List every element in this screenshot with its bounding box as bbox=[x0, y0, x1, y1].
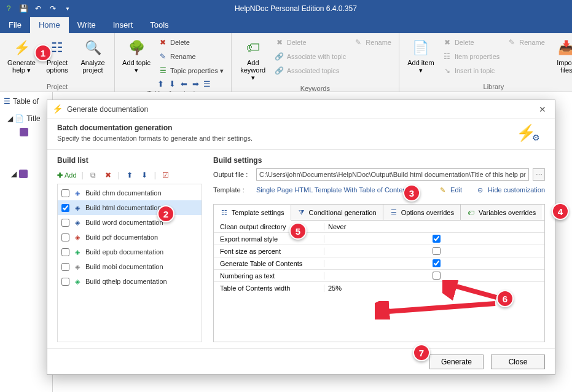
build-item-checkbox[interactable] bbox=[61, 248, 69, 256]
lib-insert-button[interactable]: ↘Insert in topic bbox=[440, 64, 502, 77]
numbering-checkbox[interactable] bbox=[433, 272, 441, 280]
dialog-close-button[interactable]: ✕ bbox=[535, 104, 550, 114]
titlebar: ? 💾 ↶ ↷ ▼ HelpNDoc Personal Edition 6.4.… bbox=[0, 0, 572, 17]
kw-delete-button[interactable]: ✖Delete bbox=[272, 36, 349, 49]
toc-delete-button[interactable]: ✖Delete bbox=[155, 36, 226, 49]
arrow-right-icon[interactable]: ➡ bbox=[190, 79, 200, 88]
toc-more-icon[interactable]: ☰ bbox=[202, 79, 212, 88]
build-item-checkbox[interactable] bbox=[61, 204, 69, 212]
build-item-checkbox[interactable] bbox=[61, 263, 69, 271]
add-build-button[interactable]: ✚Add bbox=[57, 171, 77, 179]
plus-icon: ✚ bbox=[57, 171, 63, 179]
analyze-project-button[interactable]: 🔍 Analyze project bbox=[76, 36, 109, 76]
move-down-icon[interactable]: ⬇ bbox=[139, 170, 149, 180]
row-generate-toc[interactable]: Generate Table of Contents bbox=[214, 257, 544, 270]
format-icon: ◈ bbox=[73, 248, 82, 256]
callout-7: 7 bbox=[413, 344, 430, 361]
arrow-to-toc-width bbox=[375, 301, 498, 319]
browse-output-button[interactable]: ⋯ bbox=[533, 168, 545, 181]
qat-undo-icon[interactable]: ↶ bbox=[33, 4, 43, 14]
tab-options[interactable]: ☰Options overrides bbox=[383, 205, 461, 220]
export-normal-checkbox[interactable] bbox=[433, 235, 441, 243]
menu-write[interactable]: Write bbox=[69, 17, 104, 33]
build-item-4[interactable]: ◈Build epub documentation bbox=[58, 245, 202, 259]
build-item-checkbox[interactable] bbox=[61, 219, 69, 227]
library-add-icon: 📄 bbox=[411, 38, 431, 58]
build-item-checkbox[interactable] bbox=[61, 189, 69, 197]
app-title: HelpNDoc Personal Edition 6.4.0.357 bbox=[72, 4, 519, 13]
tab-conditional[interactable]: ⧩Conditional generation bbox=[291, 205, 383, 220]
ribbon: ⚡ Generate help ▾ ☷ Project options 🔍 An… bbox=[0, 33, 572, 92]
lib-props-button[interactable]: ☷Item properties bbox=[440, 50, 502, 63]
toc-width-value[interactable]: 25% bbox=[324, 284, 544, 292]
output-label: Output file : bbox=[213, 171, 253, 178]
rename-icon: ✎ bbox=[158, 52, 168, 61]
build-item-6[interactable]: ◈Build qthelp documentation bbox=[58, 274, 202, 289]
move-up-icon[interactable]: ⬆ bbox=[125, 170, 135, 180]
build-item-label: Build mobi documentation bbox=[85, 263, 163, 270]
group-label-keywords: Keywords bbox=[237, 84, 394, 92]
qat-dropdown-icon[interactable]: ▼ bbox=[63, 4, 72, 14]
delete-build-icon[interactable]: ✖ bbox=[103, 170, 113, 180]
arrow-up-icon[interactable]: ⬆ bbox=[155, 79, 165, 88]
row-font-percent[interactable]: Font size as percent bbox=[214, 245, 544, 257]
template-link[interactable]: Single Page HTML Template With Table of … bbox=[256, 186, 412, 194]
props-icon: ☰ bbox=[158, 66, 168, 76]
tree-item-2[interactable]: ◢ bbox=[2, 168, 50, 179]
lib-delete-button[interactable]: ✖Delete bbox=[440, 36, 502, 49]
generate-button[interactable]: Generate bbox=[429, 355, 484, 369]
lib-rename-button[interactable]: ✎Rename bbox=[504, 36, 547, 49]
menu-file[interactable]: File bbox=[0, 17, 30, 33]
check-all-icon[interactable]: ☑ bbox=[161, 170, 171, 180]
arrow-down-icon[interactable]: ⬇ bbox=[167, 79, 177, 88]
template-icon: ☷ bbox=[220, 208, 229, 217]
callout-3: 3 bbox=[403, 184, 420, 202]
add-item-button[interactable]: 📄 Add item ▾ bbox=[404, 36, 437, 76]
tree-root[interactable]: ◢ 📄 Title bbox=[2, 113, 50, 124]
toc-props-button[interactable]: ☰Topic properties ▾ bbox=[155, 64, 226, 77]
qat-save-icon[interactable]: 💾 bbox=[18, 4, 28, 14]
output-path-input[interactable] bbox=[256, 168, 529, 181]
qat-redo-icon[interactable]: ↷ bbox=[48, 4, 58, 14]
font-percent-checkbox[interactable] bbox=[433, 247, 441, 255]
ribbon-group-keywords: 🏷 Add keyword ▾ ✖Delete 🔗Associate with … bbox=[232, 33, 399, 92]
build-item-checkbox[interactable] bbox=[61, 278, 69, 286]
menu-insert[interactable]: Insert bbox=[104, 17, 142, 33]
tab-template-settings[interactable]: ☷Template settings bbox=[214, 205, 291, 221]
dialog-subheader: Batch documentation generation Specify t… bbox=[47, 119, 555, 150]
generate-toc-checkbox[interactable] bbox=[433, 259, 441, 267]
tree-add-icon: 🌳 bbox=[127, 38, 146, 58]
close-button[interactable]: Close bbox=[491, 355, 545, 369]
build-item-1[interactable]: ◈Build html documentation bbox=[58, 200, 202, 215]
toc-rename-button[interactable]: ✎Rename bbox=[155, 50, 226, 63]
build-item-3[interactable]: ◈Build pdf documentation bbox=[58, 230, 202, 245]
build-item-label: Build word documentation bbox=[85, 219, 163, 226]
build-item-2[interactable]: ◈Build word documentation bbox=[58, 215, 202, 230]
book-icon bbox=[19, 170, 28, 178]
import-files-button[interactable]: 📥 Import files bbox=[550, 36, 572, 76]
build-item-label: Build epub documentation bbox=[85, 248, 163, 256]
build-item-label: Build chm documentation bbox=[85, 189, 162, 197]
add-keyword-button[interactable]: 🏷 Add keyword ▾ bbox=[237, 36, 270, 84]
clean-output-value[interactable]: Never bbox=[324, 223, 544, 230]
menu-home[interactable]: Home bbox=[30, 17, 69, 33]
duplicate-build-icon[interactable]: ⧉ bbox=[88, 170, 98, 180]
arrow-left-icon[interactable]: ⬅ bbox=[179, 79, 189, 88]
kw-assoc-topics-button[interactable]: 🔗Associated topics bbox=[272, 64, 349, 77]
kw-rename-button[interactable]: ✎Rename bbox=[351, 36, 394, 49]
tab-variables[interactable]: 🏷Variables overrides bbox=[461, 205, 542, 220]
row-export-normal[interactable]: Export normal style bbox=[214, 233, 544, 245]
build-item-5[interactable]: ◈Build mobi documentation bbox=[58, 259, 202, 274]
build-item-label: Build pdf documentation bbox=[85, 233, 158, 241]
add-topic-button[interactable]: 🌳 Add topic ▾ bbox=[120, 36, 153, 76]
build-item-checkbox[interactable] bbox=[61, 233, 69, 241]
tree-item-1[interactable] bbox=[2, 127, 50, 138]
generate-help-button[interactable]: ⚡ Generate help ▾ bbox=[5, 36, 38, 76]
gear-lightning-icon: ⚡ bbox=[12, 38, 31, 58]
build-item-0[interactable]: ◈Build chm documentation bbox=[58, 186, 202, 200]
row-clean-output[interactable]: Clean output directory Never bbox=[214, 221, 544, 233]
menu-tools[interactable]: Tools bbox=[141, 17, 177, 33]
edit-template-link[interactable]: Edit bbox=[450, 186, 462, 194]
kw-assoc-button[interactable]: 🔗Associate with topic bbox=[272, 50, 349, 63]
hide-customization-link[interactable]: Hide customization bbox=[488, 186, 545, 194]
